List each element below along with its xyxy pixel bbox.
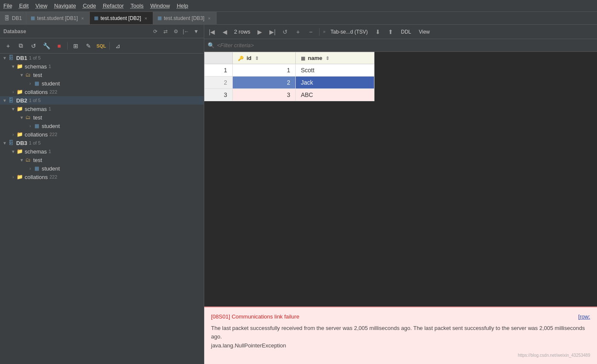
expand-db2[interactable]: ▼ xyxy=(2,98,8,103)
expand-db3[interactable]: ▼ xyxy=(2,141,8,145)
sql-button[interactable]: SQL xyxy=(96,40,107,51)
sort-icon-id[interactable]: ⇕ xyxy=(255,56,259,61)
tree-item-db3-schemas[interactable]: ▼ 📁 schemas 1 xyxy=(0,147,204,156)
expand-db3-test[interactable]: ▼ xyxy=(19,158,25,162)
tree-item-db2[interactable]: ▼ 🗄 DB2 1 of 5 xyxy=(0,96,204,105)
expand-student[interactable]: › xyxy=(27,81,33,86)
export-up-btn[interactable]: ⬆ xyxy=(386,27,396,37)
tree-item-db2-test[interactable]: ▼ 🗂 test xyxy=(0,113,204,122)
close-tab-db1[interactable]: × xyxy=(80,15,85,21)
next-page-btn[interactable]: ▶ xyxy=(254,27,265,37)
close-tab-db3[interactable]: × xyxy=(206,15,211,21)
menu-code[interactable]: Code xyxy=(83,3,96,9)
expand-db3-collations[interactable]: › xyxy=(10,175,16,179)
prev-page-btn[interactable]: ◀ xyxy=(220,27,230,37)
expand-db2-student[interactable]: › xyxy=(27,124,33,128)
tab-test-student-db3[interactable]: ▦ test.student [DB3] × xyxy=(153,12,217,24)
view-btn[interactable]: View xyxy=(416,28,432,36)
menu-file[interactable]: File xyxy=(3,3,12,9)
menu-edit[interactable]: Edit xyxy=(19,3,29,9)
tree-item-db1-test[interactable]: ▼ 🗂 test xyxy=(0,71,204,79)
cell-id-1[interactable]: 1 xyxy=(232,64,295,77)
data-toolbar: |◀ ◀ 2 rows ▶ ▶| ↺ + − » Tab-se...d (TSV… xyxy=(204,25,597,39)
first-page-btn[interactable]: |◀ xyxy=(207,27,217,37)
table-row[interactable]: 1 1 Scott xyxy=(205,64,374,77)
tree-item-db2-student[interactable]: › ▦ student xyxy=(0,122,204,130)
delete-row-btn[interactable]: − xyxy=(306,27,316,37)
ddl-btn[interactable]: DDL xyxy=(398,28,414,36)
tree-item-db1-student[interactable]: › ▦ student xyxy=(0,79,204,88)
tree-item-db3-student[interactable]: › ▦ student xyxy=(0,164,204,173)
sort-icon-name[interactable]: ⇕ xyxy=(326,56,329,61)
stop-button[interactable]: ■ xyxy=(54,40,65,51)
reload-data-btn[interactable]: ↺ xyxy=(280,27,290,37)
tab-test-student-db1[interactable]: ▦ test.student [DB1] × xyxy=(26,12,90,24)
close-tab-db2[interactable]: × xyxy=(143,15,149,21)
cell-name-2[interactable]: Jack xyxy=(295,77,374,89)
expand-collations[interactable]: › xyxy=(10,90,16,94)
expand-db3-schemas[interactable]: ▼ xyxy=(10,149,16,154)
cell-id-3[interactable]: 3 xyxy=(232,89,295,101)
tree-item-db1-schemas[interactable]: ▼ 📁 schemas 1 xyxy=(0,62,204,71)
col-name-header[interactable]: ▦ name ⇕ xyxy=(295,52,374,64)
table-row[interactable]: 2 2 Jack xyxy=(205,77,374,89)
last-page-btn[interactable]: ▶| xyxy=(267,27,277,37)
db-icon: 🗄 xyxy=(4,15,10,21)
grid-button[interactable]: ⊞ xyxy=(70,40,81,51)
schemas-badge: 1 xyxy=(49,64,51,69)
tree-item-db1[interactable]: ▼ 🗄 DB1 1 of 5 xyxy=(0,54,204,62)
reload-button[interactable]: ↺ xyxy=(28,40,39,51)
table-icon-db2s: ▦ xyxy=(33,122,40,129)
error-link[interactable]: [row: xyxy=(578,313,590,321)
table-row[interactable]: 3 3 ABC xyxy=(205,89,374,101)
schemas-label: schemas xyxy=(25,63,47,70)
menu-window[interactable]: Window xyxy=(150,3,170,9)
expand-schemas[interactable]: ▼ xyxy=(10,64,16,69)
tree-item-db3-collations[interactable]: › 📁 collations 222 xyxy=(0,173,204,181)
menu-refactor[interactable]: Refactor xyxy=(103,3,124,9)
expand-db3-student[interactable]: › xyxy=(27,166,33,171)
col-id-header[interactable]: 🔑 id ⇕ xyxy=(232,52,295,64)
double-arrow: » xyxy=(323,29,326,34)
settings-icon[interactable]: ⚙ xyxy=(171,27,180,36)
edit-button[interactable]: ✎ xyxy=(83,40,94,51)
add-button[interactable]: + xyxy=(3,40,14,51)
menu-navigate[interactable]: Navigate xyxy=(54,3,76,9)
expand-db1[interactable]: ▼ xyxy=(2,56,8,60)
tree-item-db1-collations[interactable]: › 📁 collations 222 xyxy=(0,88,204,96)
cell-id-2[interactable]: 2 xyxy=(232,77,295,89)
tree-item-db3-test[interactable]: ▼ 🗂 test xyxy=(0,156,204,164)
tree-item-db2-schemas[interactable]: ▼ 📁 schemas 1 xyxy=(0,105,204,113)
error-title-row: [08S01] Communications link failure [row… xyxy=(211,313,590,321)
db3-test-label: test xyxy=(33,157,42,163)
tab-db1[interactable]: 🗄 DB1 xyxy=(0,12,26,24)
menu-help[interactable]: Help xyxy=(177,3,188,9)
export-down-btn[interactable]: ⬇ xyxy=(373,27,383,37)
refresh-icon[interactable]: ⟳ xyxy=(151,27,160,36)
cell-name-3[interactable]: ABC xyxy=(295,89,374,101)
add-row-btn[interactable]: + xyxy=(293,27,303,37)
db3-collations-label: collations xyxy=(25,174,48,180)
tab-separated-btn[interactable]: Tab-se...d (TSV) xyxy=(328,28,370,36)
tree-item-db3[interactable]: ▼ 🗄 DB3 1 of 5 xyxy=(0,139,204,147)
expand-db2-test[interactable]: ▼ xyxy=(19,115,25,120)
tree-item-db2-collations[interactable]: › 📁 collations 222 xyxy=(0,130,204,139)
row-num-3: 3 xyxy=(205,89,233,101)
db2-schemas-badge: 1 xyxy=(49,106,51,111)
menu-tools[interactable]: Tools xyxy=(131,3,143,9)
filter-input[interactable] xyxy=(217,42,302,48)
properties-button[interactable]: 🔧 xyxy=(41,40,52,51)
pin-icon[interactable]: |← xyxy=(182,27,190,36)
funnel-icon[interactable]: ⊿ xyxy=(112,40,123,51)
copy-button[interactable]: ⧉ xyxy=(15,40,26,51)
expand-test[interactable]: ▼ xyxy=(19,73,25,77)
sync-icon[interactable]: ⇄ xyxy=(161,27,170,36)
tab-test-student-db2[interactable]: ▦ test.student [DB2] × xyxy=(90,12,153,24)
table-icon-db1: ▦ xyxy=(33,80,40,87)
expand-db2-collations[interactable]: › xyxy=(10,132,16,137)
filter-icon[interactable]: ▼ xyxy=(192,27,200,36)
table-icon-db3s: ▦ xyxy=(33,165,40,172)
menu-view[interactable]: View xyxy=(35,3,47,9)
expand-db2-schemas[interactable]: ▼ xyxy=(10,107,16,111)
cell-name-1[interactable]: Scott xyxy=(295,64,374,77)
